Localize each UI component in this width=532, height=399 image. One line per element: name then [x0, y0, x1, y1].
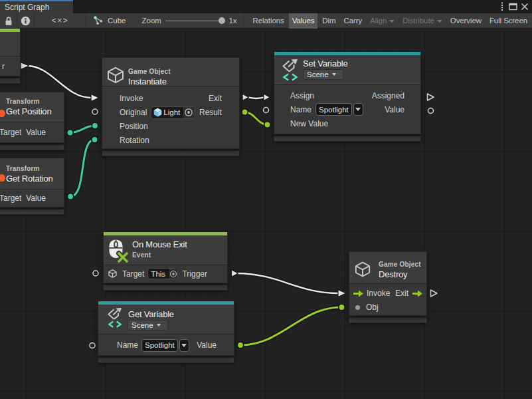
node-body: Invoke Exit Obj	[349, 284, 426, 315]
toolbar-button-align[interactable]: Align	[367, 13, 398, 29]
node-body: Target Value	[0, 122, 64, 142]
info-icon[interactable]	[17, 13, 34, 29]
port-obj-destroy[interactable]	[339, 304, 345, 310]
node-destroy[interactable]: Game Object Destroy Invoke Exit Obj	[349, 251, 427, 323]
graph-pointer-icon	[94, 16, 104, 25]
node-body: Target Value	[0, 190, 64, 207]
wire-getvariable-to-destroy[interactable]	[240, 307, 342, 345]
port-rotation-instantiate[interactable]	[92, 136, 98, 142]
zoom-slider[interactable]	[165, 13, 222, 29]
port-label-exit: Exit	[395, 289, 408, 298]
port-label-rotation: Rotation	[120, 136, 149, 145]
game-object-cube-icon	[108, 269, 117, 278]
node-get-position[interactable]: Transform Get Position Target Value	[0, 92, 64, 150]
toolbar-button-relations[interactable]: Relations	[250, 13, 288, 29]
toolbar-button-distribute[interactable]: Distribute	[399, 13, 446, 29]
object-field-original[interactable]: Light	[151, 106, 195, 119]
port-value-getposition[interactable]	[67, 130, 73, 136]
node-header: Set Variable Scene	[274, 55, 420, 85]
variable-name-dropdown[interactable]: Spotlight	[141, 339, 189, 352]
kebab-menu-icon[interactable]	[496, 0, 507, 13]
node-partial-event[interactable]: r	[0, 29, 21, 84]
graph-canvas[interactable]: r Transform Get Position Target Value Tr…	[0, 29, 532, 399]
toolbar-button-label: Align	[370, 17, 387, 25]
toolbar-button-dim[interactable]: Dim	[319, 13, 339, 29]
node-footer	[103, 285, 228, 291]
maximize-icon[interactable]	[507, 0, 519, 13]
port-original-instantiate[interactable]	[92, 109, 98, 114]
port-target-onmouseexit[interactable]	[93, 271, 98, 276]
port-value-getvariable[interactable]	[237, 342, 243, 348]
node-get-variable[interactable]: Get Variable Scene Name Spotlight Value	[98, 301, 234, 363]
port-newvalue-setvariable[interactable]	[264, 122, 270, 128]
variable-name-dropdown[interactable]: Spotlight	[315, 103, 363, 116]
tab-label: Script Graph	[5, 3, 49, 12]
zoom-slider-knob[interactable]	[219, 17, 225, 24]
port-exit-instantiate[interactable]	[242, 94, 249, 101]
port-label: r	[2, 62, 5, 71]
toolbar-button-values[interactable]: Values	[289, 13, 318, 29]
node-footer	[0, 78, 21, 84]
port-label-target: Target	[0, 194, 21, 203]
node-get-rotation[interactable]: Transform Get Rotation Target Value	[0, 158, 64, 215]
port-label-invoke: Invoke	[367, 289, 390, 298]
object-field-target[interactable]: This	[147, 268, 178, 279]
node-footer	[349, 317, 427, 323]
node-main: Transform Get Rotation Target Value	[0, 158, 64, 207]
wires-layer	[0, 29, 532, 399]
node-row: Target Value	[0, 122, 64, 142]
node-title: Destroy	[379, 269, 407, 280]
port-result-instantiate[interactable]	[242, 109, 248, 115]
port-value-setvariable[interactable]	[428, 108, 434, 114]
scene-variable-icon	[106, 307, 124, 329]
port-position-instantiate[interactable]	[92, 122, 98, 128]
close-icon[interactable]	[519, 0, 530, 13]
toolbar-button-label: Values	[292, 17, 315, 25]
node-category: Game Object	[379, 261, 421, 269]
toolbar-button-carry[interactable]: Carry	[341, 13, 366, 29]
dropdown-button[interactable]	[353, 103, 363, 116]
node-body: Name Spotlight Value	[98, 334, 234, 355]
zoom-slider-track	[165, 21, 222, 21]
node-header: On Mouse Exit Event	[104, 235, 227, 265]
port-assigned-setvariable[interactable]	[428, 94, 434, 100]
node-header: Game Object Destroy	[349, 252, 426, 284]
toolbar-button-overview[interactable]: Overview	[447, 13, 485, 29]
node-set-variable[interactable]: Set Variable Scene Assign Assigned Name …	[274, 52, 421, 142]
wire-onmouseexit-to-destroy[interactable]	[236, 273, 339, 293]
port-name-getvariable[interactable]	[90, 343, 95, 348]
object-picker-icon[interactable]	[168, 269, 177, 279]
tab-bar: Script Graph	[0, 0, 532, 13]
port-exit-destroy[interactable]	[431, 290, 438, 297]
node-title: On Mouse Exit	[132, 239, 187, 250]
variable-scope-dropdown[interactable]: Scene	[303, 69, 343, 80]
graph-breadcrumb[interactable]: Cube	[86, 13, 132, 29]
dropdown-button[interactable]	[179, 339, 189, 352]
toolbar-button-label: Distribute	[402, 17, 434, 25]
port-label-name: Name	[117, 340, 138, 350]
port-value-getrotation[interactable]	[67, 194, 73, 200]
port-label-value: Value	[385, 105, 404, 114]
wire-getrotation-to-instantiate[interactable]	[70, 140, 95, 197]
node-body: Invoke Exit Original Light	[102, 86, 239, 148]
port-trigger-onmouseexit[interactable]	[232, 270, 238, 277]
graph-toolbar: <×> Cube Zoom 1x Relations Values Dim Ca…	[0, 13, 532, 29]
port-name-setvariable[interactable]	[264, 108, 269, 113]
variable-scope-dropdown[interactable]: Scene	[128, 320, 168, 331]
node-main: Get Variable Scene Name Spotlight Value	[98, 301, 234, 356]
chevron-down-icon	[157, 324, 161, 327]
port-trigger-out-partial-event[interactable]	[21, 63, 29, 70]
lock-icon[interactable]	[0, 13, 17, 29]
port-label-target: Target	[0, 128, 21, 137]
node-header: Get Variable Scene	[98, 305, 234, 334]
scene-variable-icon	[280, 59, 300, 82]
code-values-toggle[interactable]: <×>	[35, 13, 86, 29]
tab-script-graph[interactable]: Script Graph	[0, 0, 73, 13]
node-on-mouse-exit[interactable]: On Mouse Exit Event Target This	[103, 232, 228, 291]
toolbar-button-fullscreen[interactable]: Full Screen	[486, 13, 531, 29]
object-picker-icon[interactable]	[182, 107, 195, 118]
node-instantiate[interactable]: Game Object Instantiate Invoke Exit Orig…	[102, 57, 240, 156]
variable-name-value: Spotlight	[145, 341, 175, 349]
wire-arrow	[338, 290, 346, 297]
chevron-down-icon	[437, 20, 442, 23]
